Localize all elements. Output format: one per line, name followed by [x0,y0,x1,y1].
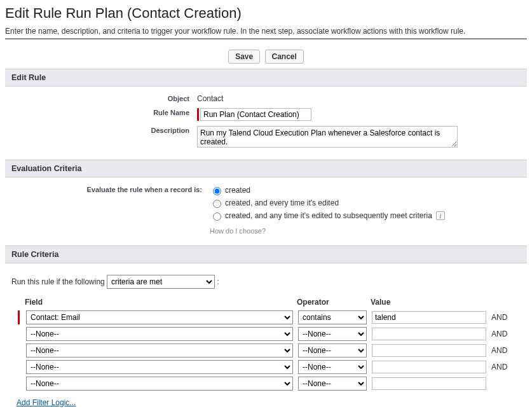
save-button[interactable]: Save [228,50,260,64]
edit-rule-body: Object Contact Rule Name Description [5,87,527,160]
criteria-field-select[interactable]: --None-- [26,360,293,374]
criteria-mode-select[interactable]: criteria are met [107,275,215,289]
page-instructions: Enter the name, description, and criteri… [5,27,527,39]
rule-criteria-header: Rule Criteria [5,246,527,263]
criteria-table: Field Operator Value Contact: Emailconta… [15,296,510,392]
criteria-operator-select[interactable]: --None-- [298,327,367,341]
criteria-row: --None----None-- [15,375,510,392]
criteria-value-input[interactable] [372,344,486,357]
criteria-conjunction: AND [489,342,510,359]
criteria-row: --None----None--AND [15,342,510,359]
evaluation-criteria-body: Evaluate the rule when a record is: crea… [5,177,527,246]
description-label: Description [13,125,197,134]
how-do-i-choose-link[interactable]: How do I choose? [210,227,266,235]
eval-radio-created-label: created [225,186,250,195]
add-filter-logic-link[interactable]: Add Filter Logic... [17,398,76,407]
colon: : [217,277,219,286]
edit-rule-header: Edit Rule [5,69,527,87]
rule-criteria-body: Run this rule if the following criteria … [5,263,527,413]
cancel-button[interactable]: Cancel [265,50,304,64]
col-operator: Operator [296,296,369,309]
eval-radio-created-meet[interactable] [213,212,221,221]
criteria-value-input[interactable] [372,377,486,390]
criteria-value-input[interactable] [372,328,486,340]
required-indicator-icon [18,310,20,324]
top-button-row: Save Cancel [5,45,527,69]
criteria-conjunction [489,375,510,392]
criteria-row: Contact: EmailcontainsAND [15,309,510,326]
page-title: Edit Rule Run Plan (Contact Creation) [5,5,527,22]
object-value: Contact [197,93,519,103]
criteria-operator-select[interactable]: --None-- [298,343,367,357]
bottom-button-row: Save Cancel [5,413,527,416]
criteria-operator-select[interactable]: contains [298,310,367,324]
criteria-field-select[interactable]: --None-- [26,377,293,391]
criteria-row: --None----None--AND [15,326,510,342]
criteria-operator-select[interactable]: --None-- [298,360,367,374]
criteria-field-select[interactable]: Contact: Email [26,310,293,324]
criteria-field-select[interactable]: --None-- [26,343,293,357]
col-value: Value [369,296,489,309]
eval-radio-created-edited-label: created, and every time it's edited [225,198,339,207]
criteria-value-input[interactable] [372,311,486,324]
object-label: Object [13,93,197,102]
rule-name-label: Rule Name [13,107,197,116]
criteria-conjunction: AND [489,309,510,326]
description-textarea[interactable] [197,126,458,148]
run-rule-prefix: Run this rule if the following [11,277,105,286]
col-field: Field [24,296,296,309]
rule-name-input[interactable] [200,108,311,121]
required-indicator-icon [197,108,199,121]
eval-radio-created[interactable] [213,187,221,195]
evaluation-criteria-header: Evaluation Criteria [5,160,527,177]
criteria-conjunction: AND [489,326,510,342]
eval-radio-created-meet-label: created, and any time it's edited to sub… [225,211,432,220]
criteria-value-input[interactable] [372,361,486,373]
evaluate-label: Evaluate the rule when a record is: [13,184,210,193]
criteria-conjunction: AND [489,359,510,375]
info-icon[interactable]: i [436,211,445,220]
criteria-field-select[interactable]: --None-- [26,327,293,341]
criteria-row: --None----None--AND [15,359,510,375]
eval-radio-created-edited[interactable] [213,200,221,208]
criteria-operator-select[interactable]: --None-- [298,377,367,391]
